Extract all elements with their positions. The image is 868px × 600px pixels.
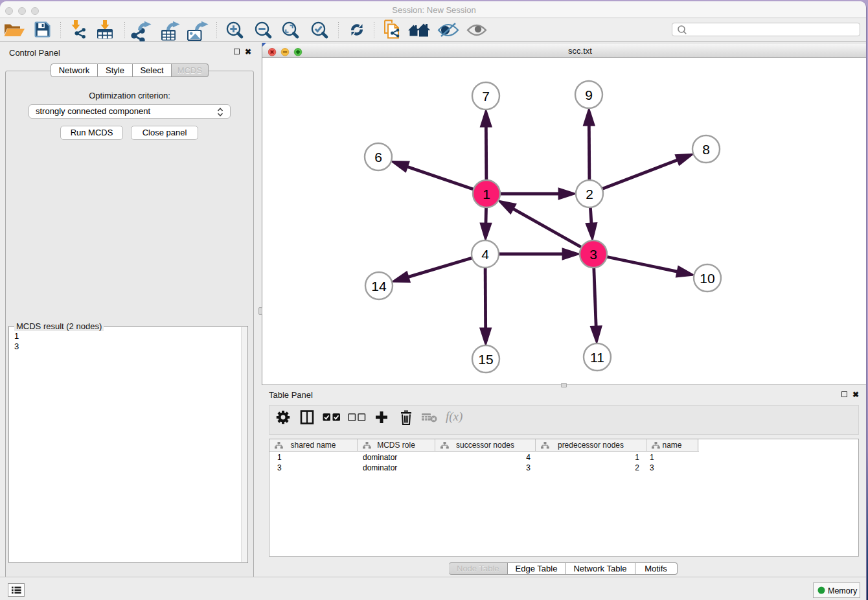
svg-text:Memory: Memory	[828, 586, 858, 595]
svg-text:8: 8	[702, 142, 710, 157]
svg-text:9: 9	[585, 87, 593, 102]
svg-text:14: 14	[371, 279, 387, 294]
svg-text:7: 7	[482, 89, 490, 104]
svg-text:6: 6	[374, 150, 382, 165]
svg-text:1: 1	[483, 187, 490, 202]
svg-text:3: 3	[589, 247, 597, 262]
svg-text:10: 10	[700, 271, 714, 286]
svg-text:2: 2	[586, 187, 593, 202]
svg-text:4: 4	[481, 247, 489, 262]
svg-text:15: 15	[478, 352, 493, 367]
svg-text:11: 11	[590, 350, 604, 365]
